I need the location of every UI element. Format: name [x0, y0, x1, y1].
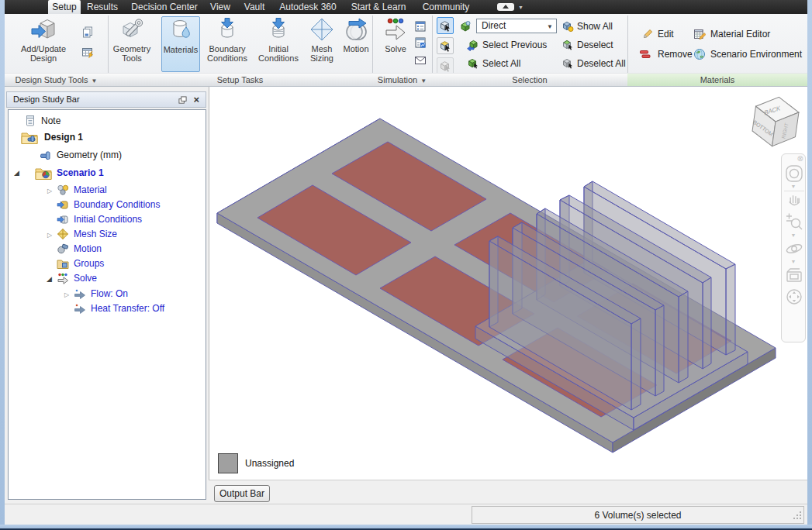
tree-item-flow[interactable]: ▷ Flow: On: [9, 287, 202, 301]
status-message: 6 Volume(s) selected: [594, 510, 681, 521]
solve-button[interactable]: Solve: [378, 16, 413, 72]
boundary-conditions-icon: [215, 17, 240, 42]
design-study-bar-header[interactable]: Design Study Bar ×: [6, 91, 206, 108]
select-surface-mode-button[interactable]: [437, 37, 454, 54]
tree-item-initial-conditions[interactable]: Initial Conditions: [9, 212, 202, 227]
email-notification-icon[interactable]: [414, 54, 427, 67]
motion-icon: [344, 17, 368, 42]
flyout-arrow-icon: ▼: [92, 77, 98, 84]
navbar-close-icon[interactable]: ⊗: [797, 154, 803, 163]
edit-material-button[interactable]: Edit: [658, 29, 674, 40]
design-study-table-icon[interactable]: [81, 46, 94, 59]
volume-select-icon: [439, 19, 451, 32]
navigation-bar: ⊗ ▼ ▼ ▼: [781, 153, 806, 342]
group-label-design-study-tools[interactable]: Design Study Tools▼: [5, 73, 108, 86]
initial-conditions-icon: [266, 17, 291, 42]
initial-conditions-tree-icon: [57, 213, 69, 225]
steering-wheel-icon[interactable]: [784, 163, 804, 184]
select-all-button[interactable]: Select All: [482, 58, 520, 69]
tab-autodesk-360[interactable]: Autodesk 360: [276, 0, 340, 14]
boundary-conditions-button[interactable]: Boundary Conditions: [202, 16, 253, 72]
select-all-icon: [467, 57, 479, 70]
show-all-button[interactable]: Show All: [577, 21, 613, 32]
tree-item-boundary-conditions[interactable]: Boundary Conditions: [9, 198, 202, 212]
model-canvas[interactable]: [209, 87, 808, 480]
add-update-design-button[interactable]: Add/Update Design: [11, 16, 76, 72]
tab-decision-center[interactable]: Decision Center: [127, 0, 202, 14]
select-volume-mode-button[interactable]: [437, 17, 454, 34]
tab-community[interactable]: Community: [416, 0, 476, 14]
tree-collapse-icon[interactable]: ▷: [47, 228, 52, 243]
material-editor-button[interactable]: Material Editor: [710, 29, 770, 40]
graphics-viewport[interactable]: BACK BOTTOM RIGHT ⊗ ▼ ▼: [209, 87, 807, 480]
tab-start-learn[interactable]: Start & Learn: [344, 0, 413, 14]
tab-setup[interactable]: Setup: [48, 0, 81, 14]
remove-material-button[interactable]: Remove: [658, 49, 693, 60]
tree-item-solve[interactable]: ◢ Solve: [9, 271, 202, 286]
materials-icon: [168, 18, 193, 43]
tree-item-label: Flow: On: [91, 287, 128, 301]
tree-item-groups[interactable]: Groups: [9, 256, 202, 271]
tree-expand-icon[interactable]: ◢: [14, 164, 19, 181]
group-label-materials: Materials: [627, 73, 807, 86]
screencast-icon[interactable]: [497, 3, 514, 11]
tab-view[interactable]: View: [205, 0, 236, 14]
scenario-environment-button[interactable]: Scenario Environment: [710, 49, 802, 60]
select-edge-mode-button[interactable]: [437, 57, 454, 74]
initial-conditions-button[interactable]: Initial Conditions: [254, 16, 302, 72]
tree-item-mesh-size[interactable]: ▷ Mesh Size: [9, 227, 202, 242]
navbar-caret-icon[interactable]: ▼: [782, 259, 805, 264]
window-border-bottom[interactable]: [0, 525, 812, 530]
float-panel-icon[interactable]: [178, 96, 187, 105]
group-label-simulation[interactable]: Simulation▼: [372, 73, 432, 86]
tree-collapse-icon[interactable]: ▷: [47, 184, 52, 198]
tree-item-geometry[interactable]: Geometry (mm): [9, 148, 202, 163]
look-at-icon[interactable]: [784, 265, 804, 285]
close-panel-icon[interactable]: ×: [193, 92, 199, 107]
full-navigation-icon[interactable]: [784, 287, 804, 307]
tab-vault[interactable]: Vault: [237, 0, 271, 14]
solution-manager-icon[interactable]: [414, 20, 427, 33]
motion-label: Motion: [343, 44, 368, 53]
geometry-icon: [40, 149, 52, 161]
navbar-caret-icon[interactable]: ▼: [782, 232, 805, 238]
solve-tree-icon: [57, 272, 69, 284]
geometry-tools-button[interactable]: Geometry Tools: [110, 16, 154, 72]
pan-hand-icon[interactable]: [784, 191, 804, 209]
zoom-icon[interactable]: [784, 211, 804, 232]
selection-mode-dropdown[interactable]: Direct ▼: [476, 19, 557, 33]
materials-label: Materials: [164, 45, 199, 54]
tree-item-scenario-1[interactable]: ◢ Scenario 1: [9, 164, 202, 181]
note-icon: [24, 115, 36, 127]
motion-button[interactable]: Motion: [340, 16, 372, 72]
status-message-cell: 6 Volume(s) selected: [472, 506, 804, 524]
tree-collapse-icon[interactable]: ▷: [64, 287, 69, 302]
navbar-caret-icon[interactable]: ▼: [782, 184, 805, 189]
output-bar-button[interactable]: Output Bar: [214, 485, 270, 502]
edit-icon: [641, 28, 653, 40]
resize-grip-icon[interactable]: [793, 511, 803, 521]
select-previous-button[interactable]: Select Previous: [482, 40, 547, 50]
materials-button[interactable]: Materials: [161, 16, 200, 72]
view-cube[interactable]: BACK BOTTOM RIGHT: [748, 93, 803, 151]
tree-item-heat-transfer[interactable]: Heat Transfer: Off: [9, 301, 202, 316]
deselect-all-button[interactable]: Deselect All: [577, 58, 626, 69]
clone-design-icon[interactable]: [81, 26, 94, 38]
tree-item-note[interactable]: Note: [9, 114, 202, 129]
material-tree-icon: [57, 184, 69, 196]
motion-tree-icon: [57, 243, 69, 255]
window-border-left: [0, 0, 5, 530]
orbit-icon[interactable]: [784, 239, 804, 259]
tree-item-design-1[interactable]: Design 1: [9, 129, 202, 146]
screencast-dropdown-icon[interactable]: ▼: [518, 5, 523, 10]
show-all-icon: [561, 20, 574, 33]
solution-monitor-icon[interactable]: [414, 36, 427, 49]
mesh-sizing-button[interactable]: Mesh Sizing: [304, 16, 340, 72]
initial-conditions-label: Initial Conditions: [255, 44, 302, 64]
tree-item-material[interactable]: ▷ Material: [9, 183, 202, 198]
tab-results[interactable]: Results: [84, 0, 121, 14]
tree-expand-icon[interactable]: ◢: [47, 272, 52, 287]
tree-item-motion[interactable]: Motion: [9, 242, 202, 256]
edge-select-icon: [439, 60, 451, 72]
deselect-button[interactable]: Deselect: [577, 40, 613, 50]
